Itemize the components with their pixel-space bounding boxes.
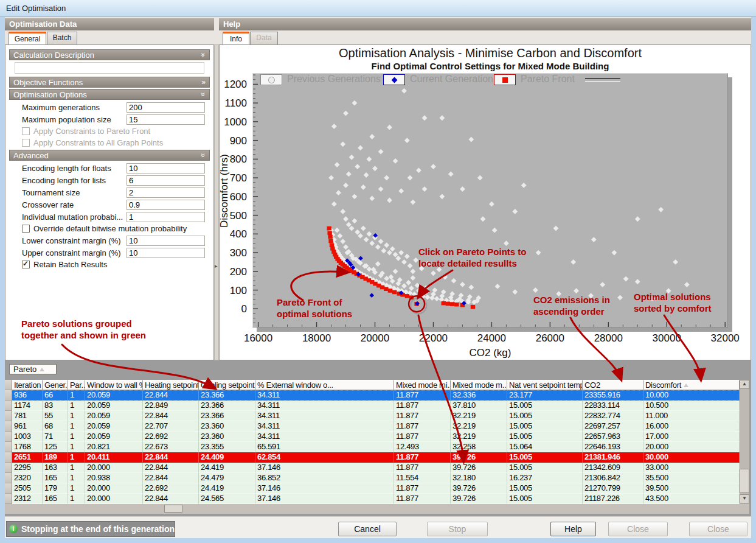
checkbox[interactable] [22,261,30,268]
column-header[interactable]: Window to wall % [85,380,143,390]
row-selector[interactable] [5,483,12,494]
chevron-down-icon[interactable]: » [199,53,209,57]
field-row: Encoding length for lists6 [9,174,210,186]
scroll-down-icon[interactable]: ▼ [740,494,749,503]
checkbox-row: Apply Constraints to Pareto Front [9,125,210,137]
table-cell: 35.500 [643,473,740,483]
titlebar[interactable]: Edit Optimisation [0,0,756,17]
row-selector[interactable] [5,442,12,452]
row-selector[interactable] [5,432,12,442]
table-row[interactable]: 96168120.05922.70723.36034.31111.87732.2… [5,421,740,432]
status-message: Stopping at the end of this generation..… [6,521,175,537]
pareto-group-tab[interactable]: Pareto [9,364,57,374]
column-header[interactable]: Par... [68,380,85,390]
table-cell: 23.366 [199,390,255,401]
column-header[interactable]: Nat vent setpoint temp [507,380,583,390]
row-selector[interactable] [5,463,12,473]
checkbox[interactable] [22,225,30,233]
field-input[interactable]: 10 [127,163,205,173]
legend-line-sample [585,78,620,82]
chevron-down-icon[interactable]: » [199,93,209,97]
column-header[interactable]: Discomfort [643,380,740,390]
row-selector[interactable] [5,421,12,432]
row-selector[interactable] [5,411,12,421]
panel-splitter[interactable]: ▸ [214,44,219,360]
table-row[interactable]: 100371120.05922.69223.36034.31111.87732.… [5,432,740,442]
table-cell: 34.311 [255,432,394,442]
table-row[interactable]: 93666120.05922.84423.36634.31111.87732.3… [5,390,740,401]
row-selector[interactable] [5,452,12,463]
column-header[interactable]: Mixed mode mi... [394,380,451,390]
field-input[interactable]: 200 [127,102,205,113]
chevron-right-icon[interactable]: » [201,77,206,87]
horizontal-scroll-thumb[interactable] [164,505,182,513]
horizontal-scrollbar[interactable] [5,504,749,514]
tab-general[interactable]: General [9,32,46,44]
cancel-button[interactable]: Cancel [338,522,397,536]
table-row[interactable]: 2320165120.93822.84424.47936.85211.55432… [5,473,740,483]
table-cell: 23.355 [199,442,255,452]
field-input[interactable]: 10 [127,236,205,246]
column-header[interactable]: Mixed mode m... [451,380,507,390]
table-row[interactable]: 2295163120.00022.84424.41937.14611.87739… [5,463,740,473]
section-header-objective-functions[interactable]: Objective Functions» [9,77,210,88]
chevron-down-icon[interactable]: » [199,153,209,158]
help-button[interactable]: Help [550,522,596,536]
table-cell: 11.877 [394,390,451,401]
table-cell: 20.938 [85,473,143,483]
table-cell: 11.877 [394,411,451,421]
table-cell: 22.849 [143,401,199,411]
checkbox [22,127,30,135]
column-header[interactable]: Cooling setpoint ... [199,380,255,390]
sort-asc-icon [684,384,688,387]
column-header[interactable]: Gener... [43,380,68,390]
row-selector[interactable] [5,390,12,401]
column-header[interactable]: Iteration [12,380,43,390]
table-row[interactable]: 2312165120.00022.84424.56537.14611.87739… [5,494,740,504]
checkbox [22,139,30,147]
field-input[interactable]: 10 [127,248,205,258]
scroll-up-icon[interactable]: ▲ [740,380,749,389]
field-input[interactable]: 1 [127,212,205,222]
plot-area[interactable] [252,73,728,328]
field-input[interactable]: 15 [127,114,205,125]
results-table: IterationGener...Par...Window to wall %H… [5,380,740,504]
row-selector[interactable] [5,401,12,411]
tab-batch[interactable]: Batch [47,32,77,44]
section-header-advanced[interactable]: Advanced» [9,150,210,161]
info-icon [9,525,18,533]
table-row[interactable]: 1768125120.82122.67323.35565.59112.49332… [5,442,740,452]
table-cell: 22.692 [143,432,199,442]
vertical-scroll-thumb[interactable] [740,469,749,493]
table-cell: 17.000 [643,432,740,442]
row-selector[interactable] [5,473,12,483]
table-cell: 37.146 [255,494,394,504]
table-row[interactable]: 78155120.05922.84423.36634.31111.87732.2… [5,411,740,421]
field-input[interactable]: 0.9 [127,200,205,210]
table-cell: 22833.114 [583,401,643,411]
calculation-description-input[interactable] [15,62,204,74]
close-button-2: Close [689,522,747,536]
section-header-optimisation-options[interactable]: Optimisation Options» [9,89,210,100]
table-row[interactable]: 2651189120.41122.84424.40962.85411.87739… [5,452,740,463]
table-cell: 24.565 [199,494,255,504]
column-header[interactable]: Heating setpoint ... [143,380,199,390]
field-row: Maximum population size15 [9,113,210,125]
table-row[interactable]: 2505179120.00022.69224.41937.14611.87739… [5,483,740,494]
table-cell: 11.554 [394,473,451,483]
section-header-calculation-description[interactable]: Calculation Description» [9,49,210,60]
tab-info[interactable]: Info [223,32,249,44]
table-cell: 20.059 [85,401,143,411]
field-input[interactable]: 2 [127,187,205,198]
close-button: Close [608,522,668,536]
row-selector[interactable] [5,494,12,504]
table-cell: 22.844 [143,494,199,504]
column-header[interactable]: % External window o... [255,380,394,390]
vertical-scrollbar[interactable]: ▲ ▼ [740,380,749,514]
field-input[interactable]: 6 [127,175,205,186]
edit-optimisation-window: { "window": {"title": "Edit Optimisation… [0,0,756,543]
collapse-arrow-icon[interactable]: ▸ [215,263,218,269]
table-row[interactable]: 117483120.05922.84923.36634.31111.87737.… [5,401,740,411]
column-header[interactable]: CO2 [583,380,643,390]
table-cell: 20.411 [85,452,143,463]
